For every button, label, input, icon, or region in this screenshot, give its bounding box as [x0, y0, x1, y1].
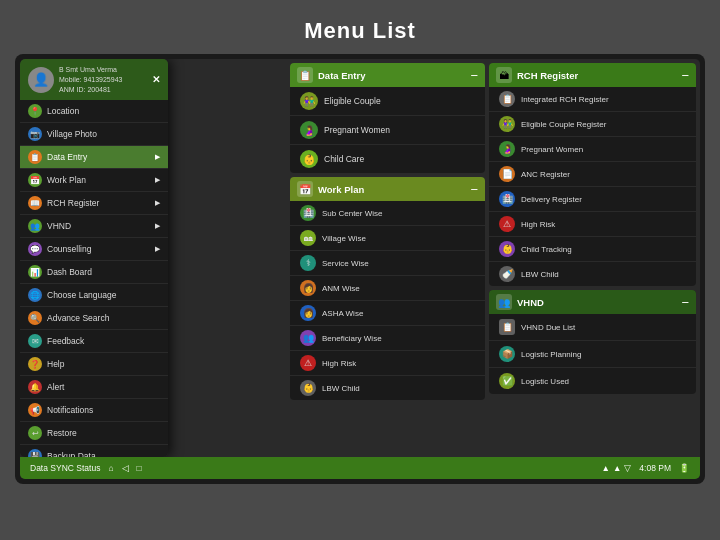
- rch-minus[interactable]: −: [681, 69, 689, 82]
- sidebar-item-backup[interactable]: 💾 Backup Data: [20, 445, 168, 457]
- sidebar-item-search[interactable]: 🔍 Advance Search: [20, 307, 168, 330]
- data-entry-icon: 📋: [297, 67, 313, 83]
- sidebar-item-dashboard[interactable]: 📊 Dash Board: [20, 261, 168, 284]
- sidebar-item-vhnd[interactable]: 👥 VHND ▶: [20, 215, 168, 238]
- sidebar-item-village-photo[interactable]: 📷 Village Photo: [20, 123, 168, 146]
- wp-item-high-risk[interactable]: ⚠ High Risk: [290, 351, 485, 376]
- vhnd-item-logistic-used[interactable]: ✅ Logistic Used: [489, 368, 696, 394]
- work-plan-minus[interactable]: −: [470, 183, 478, 196]
- right-panels: 🏔 RCH Register − 📋 Integrated RCH Regist…: [489, 63, 696, 453]
- status-text: Data SYNC Status: [30, 463, 100, 473]
- work-plan-title: Work Plan: [318, 184, 364, 195]
- sidebar-overlay: 👤 B Smt Uma Verma Mobile: 9413925943 ANM…: [20, 59, 168, 457]
- data-entry-item-eligible[interactable]: 👫 Eligible Couple: [290, 87, 485, 116]
- nav-home[interactable]: ⌂: [108, 463, 113, 473]
- data-entry-item-child[interactable]: 👶 Child Care: [290, 145, 485, 173]
- rch-item-anc[interactable]: 📄 ANC Register: [489, 162, 696, 187]
- work-plan-icon: 📅: [297, 181, 313, 197]
- rch-item-lbw-child[interactable]: 🍼 LBW Child: [489, 262, 696, 286]
- wp-item-beneficiary[interactable]: 👥 Beneficiary Wise: [290, 326, 485, 351]
- data-entry-title: Data Entry: [318, 70, 366, 81]
- rch-item-delivery[interactable]: 🏥 Delivery Register: [489, 187, 696, 212]
- rch-item-high-risk[interactable]: ⚠ High Risk: [489, 212, 696, 237]
- nav-back[interactable]: ◁: [122, 463, 129, 473]
- sidebar-item-rch-register[interactable]: 📖 RCH Register ▶: [20, 192, 168, 215]
- nav-square[interactable]: □: [137, 463, 142, 473]
- sidebar-item-feedback[interactable]: ✉ Feedback: [20, 330, 168, 353]
- battery-icon: 🔋: [679, 463, 690, 473]
- close-icon[interactable]: ✕: [152, 74, 160, 85]
- vhnd-title: VHND: [517, 297, 544, 308]
- rch-icon: 🏔: [496, 67, 512, 83]
- status-icons: ▲▲▽: [602, 463, 632, 473]
- vhnd-item-due-list[interactable]: 📋 VHND Due List: [489, 314, 696, 341]
- work-plan-header: 📅 Work Plan −: [290, 177, 485, 201]
- status-bar: Data SYNC Status ⌂ ◁ □ ▲▲▽ 4:08 PM 🔋: [20, 457, 700, 479]
- data-entry-minus[interactable]: −: [470, 69, 478, 82]
- wp-item-lbw[interactable]: 👶 LBW Child: [290, 376, 485, 400]
- sidebar-item-data-entry[interactable]: 📋 Data Entry ▶: [20, 146, 168, 169]
- wp-item-service[interactable]: ⚕ Service Wise: [290, 251, 485, 276]
- data-entry-item-pregnant[interactable]: 🤰 Pregnant Women: [290, 116, 485, 145]
- wp-item-subcenter[interactable]: 🏥 Sub Center Wise: [290, 201, 485, 226]
- wp-item-asha[interactable]: 👩 ASHA Wise: [290, 301, 485, 326]
- work-plan-panel: 📅 Work Plan − 🏥 Sub Center Wise 🏘 Villag…: [290, 177, 485, 400]
- vhnd-item-logistic-planning[interactable]: 📦 Logistic Planning: [489, 341, 696, 368]
- page-title: Menu List: [0, 0, 720, 54]
- rch-item-child-tracking[interactable]: 👶 Child Tracking: [489, 237, 696, 262]
- rch-item-eligible-couple[interactable]: 👫 Eligible Couple Register: [489, 112, 696, 137]
- sidebar-user-info: B Smt Uma Verma Mobile: 9413925943 ANM I…: [59, 65, 147, 94]
- sidebar-item-help[interactable]: ❓ Help: [20, 353, 168, 376]
- rch-item-pregnant[interactable]: 🤰 Pregnant Women: [489, 137, 696, 162]
- tablet-frame: 👤 B Smt Uma Verma Mobile: 9413925943 ANM…: [15, 54, 705, 484]
- rch-item-integrated[interactable]: 📋 Integrated RCH Register: [489, 87, 696, 112]
- vhnd-panel: 👥 VHND − 📋 VHND Due List 📦 Logistic Plan…: [489, 290, 696, 394]
- sidebar-item-alert[interactable]: 🔔 Alert: [20, 376, 168, 399]
- sidebar-header: 👤 B Smt Uma Verma Mobile: 9413925943 ANM…: [20, 59, 168, 100]
- sidebar-item-work-plan[interactable]: 📅 Work Plan ▶: [20, 169, 168, 192]
- wp-item-village[interactable]: 🏘 Village Wise: [290, 226, 485, 251]
- rch-register-panel: 🏔 RCH Register − 📋 Integrated RCH Regist…: [489, 63, 696, 286]
- rch-title: RCH Register: [517, 70, 578, 81]
- page-background: Menu List 👤 B Smt Uma Verma Mobile: 9413…: [0, 0, 720, 540]
- data-entry-panel: 📋 Data Entry − 👫 Eligible Couple 🤰 Pregn…: [290, 63, 485, 173]
- wp-item-anm[interactable]: 👩 ANM Wise: [290, 276, 485, 301]
- rch-register-header: 🏔 RCH Register −: [489, 63, 696, 87]
- status-time: 4:08 PM: [639, 463, 671, 473]
- tablet-screen: 👤 B Smt Uma Verma Mobile: 9413925943 ANM…: [20, 59, 700, 479]
- center-panels: 📋 Data Entry − 👫 Eligible Couple 🤰 Pregn…: [290, 63, 485, 453]
- sidebar-item-language[interactable]: 🌐 Choose Language: [20, 284, 168, 307]
- sidebar-item-notifications[interactable]: 📢 Notifications: [20, 399, 168, 422]
- data-entry-header: 📋 Data Entry −: [290, 63, 485, 87]
- sidebar-avatar: 👤: [28, 67, 54, 93]
- vhnd-minus[interactable]: −: [681, 296, 689, 309]
- vhnd-header: 👥 VHND −: [489, 290, 696, 314]
- sidebar-item-counselling[interactable]: 💬 Counselling ▶: [20, 238, 168, 261]
- vhnd-icon: 👥: [496, 294, 512, 310]
- sidebar-item-restore[interactable]: ↩ Restore: [20, 422, 168, 445]
- sidebar-item-location[interactable]: 📍 Location: [20, 100, 168, 123]
